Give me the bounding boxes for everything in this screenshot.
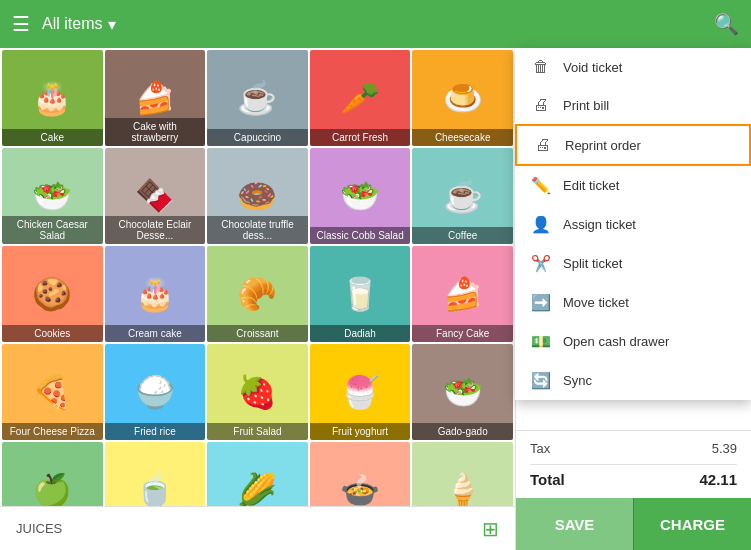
total-label: Total [530, 471, 565, 488]
menu-panel: 🎂 Cake 🍰 Cake with strawberry ☕ Capuccin… [0, 48, 515, 550]
menu-item-label: Chicken Caesar Salad [2, 216, 103, 244]
grid-icon[interactable]: ⊞ [482, 517, 499, 541]
context-menu-label: Void ticket [563, 60, 622, 75]
menu-item-label: Croissant [207, 325, 308, 342]
menu-item[interactable]: 🥗 Gado-gado [412, 344, 513, 440]
menu-item-label: Fancy Cake [412, 325, 513, 342]
total-row: Total 42.11 [530, 464, 737, 492]
menu-item[interactable]: 🥗 Classic Cobb Salad [310, 148, 411, 244]
menu-item[interactable]: 🥕 Carrot Fresh [310, 50, 411, 146]
context-menu-label: Reprint order [565, 138, 641, 153]
split-icon: ✂️ [531, 254, 551, 273]
tax-label: Tax [530, 441, 550, 456]
menu-item-label: Fruit yoghurt [310, 423, 411, 440]
context-menu-item-print[interactable]: 🖨 Print bill [515, 86, 751, 124]
menu-item[interactable]: 🍪 Cookies [2, 246, 103, 342]
dropdown-arrow-icon: ▾ [108, 15, 116, 34]
charge-button[interactable]: CHARGE [633, 498, 751, 550]
menu-item[interactable]: 🍮 Cheesecake [412, 50, 513, 146]
menu-item[interactable]: 🍦 Ice Cream [412, 442, 513, 506]
menu-item-label: Chocolate Eclair Desse... [105, 216, 206, 244]
menu-item[interactable]: 🥗 Chicken Caesar Salad [2, 148, 103, 244]
context-menu-item-reprint[interactable]: 🖨 Reprint order [515, 124, 751, 166]
context-menu-label: Split ticket [563, 256, 622, 271]
menu-item[interactable]: 🍓 Fruit Salad [207, 344, 308, 440]
context-menu-item-split[interactable]: ✂️ Split ticket [515, 244, 751, 283]
menu-item-label: Classic Cobb Salad [310, 227, 411, 244]
save-button[interactable]: SAVE [516, 498, 633, 550]
menu-item[interactable]: 🍧 Fruit yoghurt [310, 344, 411, 440]
menu-item-label: Cake [2, 129, 103, 146]
menu-item[interactable]: ☕ Coffee [412, 148, 513, 244]
menu-item[interactable]: 🍰 Fancy Cake [412, 246, 513, 342]
context-menu-item-cash[interactable]: 💵 Open cash drawer [515, 322, 751, 361]
menu-item[interactable]: 🍵 Green Tea [105, 442, 206, 506]
menu-item-label: Fruit Salad [207, 423, 308, 440]
context-menu-label: Print bill [563, 98, 609, 113]
context-menu-label: Open cash drawer [563, 334, 669, 349]
header-title[interactable]: All items ▾ [42, 15, 116, 34]
context-menu-item-move[interactable]: ➡️ Move ticket [515, 283, 751, 322]
tax-row: Tax 5.39 [530, 437, 737, 460]
menu-bottom: JUICES ⊞ [0, 506, 515, 550]
tax-value: 5.39 [712, 441, 737, 456]
context-menu-item-sync[interactable]: 🔄 Sync [515, 361, 751, 400]
cash-icon: 💵 [531, 332, 551, 351]
context-menu-label: Sync [563, 373, 592, 388]
menu-grid: 🎂 Cake 🍰 Cake with strawberry ☕ Capuccin… [0, 48, 515, 506]
juices-label: JUICES [16, 521, 62, 536]
menu-item[interactable]: ☕ Capuccino [207, 50, 308, 146]
menu-item-label: Carrot Fresh [310, 129, 411, 146]
menu-item-label: Coffee [412, 227, 513, 244]
menu-item[interactable]: 🍩 Chocolate truffle dess... [207, 148, 308, 244]
menu-item[interactable]: 🍏 Green Apple [2, 442, 103, 506]
menu-item[interactable]: 🍚 Fried rice [105, 344, 206, 440]
context-menu-item-assign[interactable]: 👤 Assign ticket [515, 205, 751, 244]
menu-item-label: Gado-gado [412, 423, 513, 440]
menu-item[interactable]: 🌽 Harvest [207, 442, 308, 506]
context-menu-item-void[interactable]: 🗑 Void ticket [515, 48, 751, 86]
action-buttons: SAVE CHARGE [516, 498, 751, 550]
reprint-icon: 🖨 [533, 136, 553, 154]
menu-item[interactable]: 🥛 Dadiah [310, 246, 411, 342]
context-menu-item-edit[interactable]: ✏️ Edit ticket [515, 166, 751, 205]
total-value: 42.11 [699, 471, 737, 488]
context-menu-label: Edit ticket [563, 178, 619, 193]
menu-item-label: Dadiah [310, 325, 411, 342]
menu-icon[interactable]: ☰ [12, 12, 30, 36]
header: ☰ All items ▾ 🔍 [0, 0, 751, 48]
void-icon: 🗑 [531, 58, 551, 76]
menu-item-label: Four Cheese Pizza [2, 423, 103, 440]
menu-item[interactable]: 🎂 Cake [2, 50, 103, 146]
sync-icon: 🔄 [531, 371, 551, 390]
menu-item[interactable]: 🍲 Hearty [310, 442, 411, 506]
menu-item-label: Capuccino [207, 129, 308, 146]
menu-item-label: Cookies [2, 325, 103, 342]
menu-item-label: Cheesecake [412, 129, 513, 146]
edit-icon: ✏️ [531, 176, 551, 195]
menu-item[interactable]: 🎂 Cream cake [105, 246, 206, 342]
menu-item-label: Chocolate truffle dess... [207, 216, 308, 244]
menu-item[interactable]: 🍫 Chocolate Eclair Desse... [105, 148, 206, 244]
menu-item[interactable]: 🍕 Four Cheese Pizza [2, 344, 103, 440]
menu-item[interactable]: 🍰 Cake with strawberry [105, 50, 206, 146]
context-menu-label: Assign ticket [563, 217, 636, 232]
header-title-text: All items [42, 15, 102, 33]
menu-item-label: Cream cake [105, 325, 206, 342]
menu-item-label: Fried rice [105, 423, 206, 440]
menu-item[interactable]: 🥐 Croissant [207, 246, 308, 342]
context-menu: 🗑 Void ticket 🖨 Print bill 🖨 Reprint ord… [515, 48, 751, 400]
print-icon: 🖨 [531, 96, 551, 114]
order-totals: Tax 5.39 Total 42.11 [516, 430, 751, 498]
search-icon[interactable]: 🔍 [714, 12, 739, 36]
move-icon: ➡️ [531, 293, 551, 312]
context-menu-label: Move ticket [563, 295, 629, 310]
assign-icon: 👤 [531, 215, 551, 234]
menu-item-label: Cake with strawberry [105, 118, 206, 146]
